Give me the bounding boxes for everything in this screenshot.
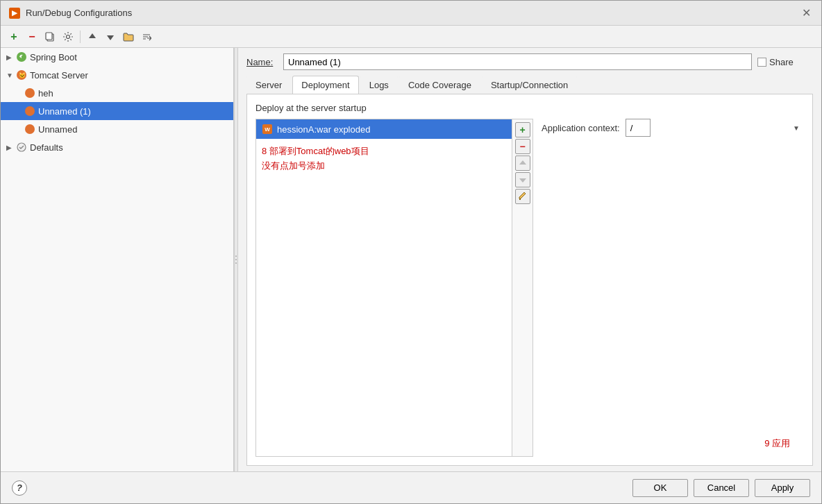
svg-point-8 <box>25 124 35 134</box>
title-bar-left: ▶ Run/Debug Configurations <box>9 8 132 19</box>
tabs-row: Server Deployment Logs Code Coverage Sta… <box>246 76 813 94</box>
right-panel: Name: Share Server Deployment Logs <box>238 48 821 471</box>
deploy-header: Deploy at the server startup <box>255 103 804 113</box>
sort-button[interactable] <box>139 29 154 44</box>
name-input[interactable] <box>283 53 752 70</box>
settings-config-button[interactable] <box>60 29 76 44</box>
tab-startup-connection[interactable]: Startup/Connection <box>482 76 577 94</box>
copy-config-button[interactable] <box>42 29 58 44</box>
tab-logs[interactable]: Logs <box>360 76 398 94</box>
deployment-tab-content: Deploy at the server startup W hessionA:… <box>246 94 813 466</box>
select-wrap: / ▼ <box>626 119 804 137</box>
help-button[interactable]: ? <box>12 480 27 496</box>
share-checkbox-wrap: Share <box>757 57 813 67</box>
deploy-list: W hessionA:war exploded 8 部署到Tomcat的web项… <box>255 119 512 457</box>
share-checkbox[interactable] <box>757 58 766 67</box>
heh-icon <box>24 87 35 99</box>
deploy-list-wrap: W hessionA:war exploded 8 部署到Tomcat的web项… <box>255 119 512 457</box>
app-context-label: Application context: <box>542 123 620 133</box>
tree-item-tomcat-server[interactable]: ▼ 🐱 Tomcat Server <box>1 66 233 84</box>
deploy-down-button[interactable] <box>515 172 530 187</box>
left-panel: ▶ Spring Boot ▼ 🐱 Tomc <box>1 48 234 471</box>
tab-server[interactable]: Server <box>246 76 291 94</box>
deploy-add-button[interactable]: + <box>515 122 530 137</box>
title-bar: ▶ Run/Debug Configurations ✕ <box>1 1 821 26</box>
list-actions: + − <box>512 119 533 457</box>
main-content: ▶ Spring Boot ▼ 🐱 Tomc <box>1 48 821 471</box>
tree-item-unnamed-1[interactable]: Unnamed (1) <box>1 102 233 120</box>
war-icon: W <box>262 124 273 135</box>
deploy-remove-button[interactable]: − <box>515 139 530 154</box>
dialog-title: Run/Debug Configurations <box>26 8 132 18</box>
move-down-button[interactable] <box>103 29 118 44</box>
tomcat-icon: 🐱 <box>16 69 27 81</box>
ok-button[interactable]: OK <box>632 479 688 497</box>
deploy-area: W hessionA:war exploded 8 部署到Tomcat的web项… <box>255 119 804 457</box>
tree-arrow-defaults: ▶ <box>6 144 16 151</box>
svg-text:🐱: 🐱 <box>19 72 26 78</box>
cancel-button[interactable]: Cancel <box>694 479 749 497</box>
tab-code-coverage[interactable]: Code Coverage <box>399 76 480 94</box>
annotation-line1: 8 部署到Tomcat的web项目 <box>262 144 506 159</box>
tree-arrow-tomcat: ▼ <box>6 72 16 79</box>
move-up-button[interactable] <box>85 29 100 44</box>
add-config-button[interactable]: + <box>6 29 22 44</box>
defaults-icon <box>16 142 27 153</box>
deploy-item-label: hessionA:war exploded <box>277 124 370 135</box>
tree-item-unnamed[interactable]: Unnamed <box>1 120 233 138</box>
spring-boot-icon <box>16 51 27 62</box>
unnamed-label: Unnamed <box>38 124 77 135</box>
svg-point-7 <box>25 106 35 116</box>
share-label: Share <box>769 57 794 67</box>
svg-point-6 <box>25 88 35 98</box>
bottom-buttons: OK Cancel Apply <box>632 479 810 497</box>
heh-label: heh <box>38 88 53 99</box>
tree-item-spring-boot[interactable]: ▶ Spring Boot <box>1 48 233 66</box>
splitter-handle <box>235 255 237 264</box>
close-button[interactable]: ✕ <box>799 6 813 20</box>
select-arrow-icon: ▼ <box>793 124 800 132</box>
svg-rect-1 <box>46 33 52 40</box>
svg-point-3 <box>17 52 26 62</box>
tree-item-defaults[interactable]: ▶ Defaults <box>1 138 233 156</box>
tree-arrow-spring-boot: ▶ <box>6 53 16 61</box>
right-content-area: Application context: / ▼ 9 应用 <box>533 119 804 457</box>
dialog-icon: ▶ <box>9 8 20 19</box>
apply-button[interactable]: Apply <box>755 479 810 497</box>
app-context-select[interactable]: / <box>626 119 651 137</box>
folder-button[interactable] <box>121 29 136 44</box>
bottom-bar: ? OK Cancel Apply <box>1 471 821 503</box>
spring-boot-label: Spring Boot <box>30 52 77 62</box>
unnamed-1-label: Unnamed (1) <box>38 106 91 117</box>
unnamed-1-icon <box>24 106 35 117</box>
svg-point-2 <box>67 35 70 38</box>
tree-item-heh[interactable]: heh <box>1 84 233 102</box>
annotation-text: 8 部署到Tomcat的web项目 没有点加号添加 <box>256 139 512 179</box>
annotation-line2: 没有点加号添加 <box>262 159 506 174</box>
unnamed-icon <box>24 124 35 135</box>
app-context-row: Application context: / ▼ <box>542 119 804 137</box>
run-debug-dialog: ▶ Run/Debug Configurations ✕ + − <box>0 0 822 504</box>
remove-config-button[interactable]: − <box>24 29 40 44</box>
toolbar: + − <box>1 26 821 48</box>
deploy-edit-button[interactable] <box>515 189 530 204</box>
deploy-item-hession[interactable]: W hessionA:war exploded <box>256 119 512 139</box>
name-label: Name: <box>246 57 278 67</box>
name-row: Name: Share <box>246 53 813 70</box>
defaults-label: Defaults <box>30 142 63 153</box>
annotation-9: 9 应用 <box>764 437 790 450</box>
deploy-up-button[interactable] <box>515 156 530 171</box>
tomcat-server-label: Tomcat Server <box>30 70 88 81</box>
toolbar-separator <box>80 31 81 43</box>
tab-deployment[interactable]: Deployment <box>292 76 358 94</box>
